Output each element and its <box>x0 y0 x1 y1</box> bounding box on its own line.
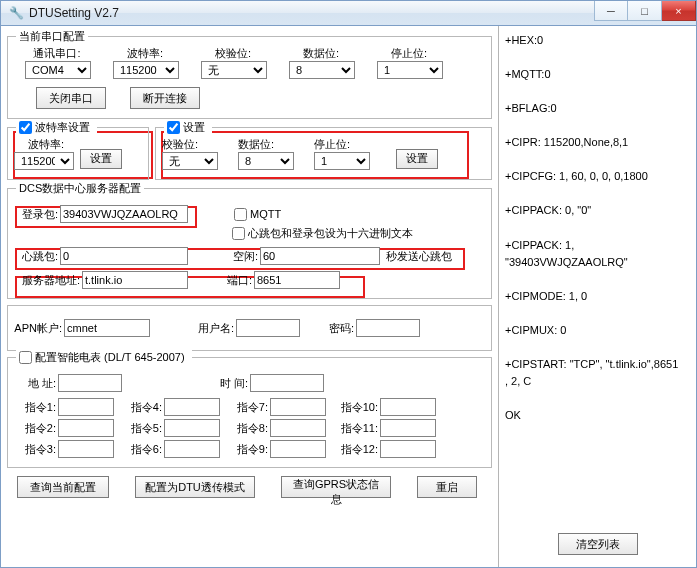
data-label: 数据位: <box>303 46 339 61</box>
cmd10-label: 指令10: <box>326 400 378 415</box>
port-label: 通讯串口: <box>33 46 80 61</box>
parity-select[interactable]: 无 <box>201 61 267 79</box>
data2-label: 数据位: <box>238 137 274 152</box>
group-set-legend: 设置 <box>164 120 212 136</box>
cmd7-input[interactable] <box>270 398 326 416</box>
server-input[interactable] <box>82 271 188 289</box>
left-panel: 当前串口配置 通讯串口: COM4 波特率: 115200 校验位: 无 数据位… <box>1 26 498 567</box>
user-input[interactable] <box>236 319 300 337</box>
heart-label: 心跳包: <box>14 249 58 264</box>
heart-input[interactable] <box>60 247 188 265</box>
cmd9-label: 指令9: <box>220 442 268 457</box>
cmd12-input[interactable] <box>380 440 436 458</box>
meter-group-label: 配置智能电表 (DL/T 645-2007) <box>35 350 185 365</box>
cmd6-input[interactable] <box>164 440 220 458</box>
pwd-input[interactable] <box>356 319 420 337</box>
baud-group-label: 波特率设置 <box>35 120 90 135</box>
apn-input[interactable] <box>64 319 150 337</box>
cmd11-input[interactable] <box>380 419 436 437</box>
cmd6-label: 指令6: <box>114 442 162 457</box>
stop2-select[interactable]: 1 <box>314 152 370 170</box>
reboot-button[interactable]: 重启 <box>417 476 477 498</box>
cmd7-label: 指令7: <box>220 400 268 415</box>
apn-label: APN帐户: <box>14 321 62 336</box>
port-label2: 端口: <box>198 273 252 288</box>
group-baud: 波特率设置 波特率: 115200 设置 <box>7 127 149 180</box>
log-output: +HEX:0 +MQTT:0 +BFLAG:0 +CIPR: 115200,No… <box>503 32 692 533</box>
cmd10-input[interactable] <box>380 398 436 416</box>
window-buttons: ─ □ × <box>594 1 696 21</box>
hex-note-checkbox[interactable] <box>232 227 245 240</box>
cmd4-label: 指令4: <box>114 400 162 415</box>
set-set-button[interactable]: 设置 <box>396 149 438 169</box>
hex-note-label: 心跳包和登录包设为十六进制文本 <box>248 226 413 241</box>
cmd8-label: 指令8: <box>220 421 268 436</box>
close-port-button[interactable]: 关闭串口 <box>36 87 106 109</box>
query-conf-button[interactable]: 查询当前配置 <box>17 476 109 498</box>
meter-group-checkbox[interactable] <box>19 351 32 364</box>
user-label: 用户名: <box>164 321 234 336</box>
time-label: 时 间: <box>122 376 248 391</box>
cmd1-input[interactable] <box>58 398 114 416</box>
group-serial-legend: 当前串口配置 <box>16 29 88 44</box>
cmd1-label: 指令1: <box>14 400 56 415</box>
group-meter-legend: 配置智能电表 (DL/T 645-2007) <box>16 350 192 366</box>
pwd-label: 密码: <box>310 321 354 336</box>
group-serial: 当前串口配置 通讯串口: COM4 波特率: 115200 校验位: 无 数据位… <box>7 36 492 119</box>
baud-group-checkbox[interactable] <box>19 121 32 134</box>
baud-label: 波特率: <box>127 46 163 61</box>
baud-set-button[interactable]: 设置 <box>80 149 122 169</box>
time-input[interactable] <box>250 374 324 392</box>
idle-tail-label: 秒发送心跳包 <box>386 249 452 264</box>
maximize-button[interactable]: □ <box>628 1 662 21</box>
dtu-mode-button[interactable]: 配置为DTU透传模式 <box>135 476 255 498</box>
server-label: 服务器地址: <box>14 273 80 288</box>
addr-input[interactable] <box>58 374 122 392</box>
data2-select[interactable]: 8 <box>238 152 294 170</box>
group-meter: 配置智能电表 (DL/T 645-2007) 地 址: 时 间: 指令1: 指令… <box>7 357 492 468</box>
cmd3-input[interactable] <box>58 440 114 458</box>
group-dcs: DCS数据中心服务器配置 登录包: MQTT 心跳包和登录包设为十六进制文本 心… <box>7 188 492 299</box>
cmd2-label: 指令2: <box>14 421 56 436</box>
cmd3-label: 指令3: <box>14 442 56 457</box>
stop-select[interactable]: 1 <box>377 61 443 79</box>
stop2-label: 停止位: <box>314 137 350 152</box>
login-label: 登录包: <box>14 207 58 222</box>
minimize-button[interactable]: ─ <box>594 1 628 21</box>
app-icon: 🔧 <box>9 6 23 20</box>
port-input[interactable] <box>254 271 340 289</box>
clear-list-button[interactable]: 清空列表 <box>558 533 638 555</box>
parity2-select[interactable]: 无 <box>162 152 218 170</box>
idle-input[interactable] <box>260 247 380 265</box>
right-panel: +HEX:0 +MQTT:0 +BFLAG:0 +CIPR: 115200,No… <box>498 26 696 567</box>
disconnect-button[interactable]: 断开连接 <box>130 87 200 109</box>
cmd2-input[interactable] <box>58 419 114 437</box>
group-baud-legend: 波特率设置 <box>16 120 97 136</box>
group-dcs-legend: DCS数据中心服务器配置 <box>16 181 144 196</box>
cmd5-input[interactable] <box>164 419 220 437</box>
titlebar: 🔧 DTUSetting V2.7 ─ □ × <box>0 0 697 26</box>
set-group-checkbox[interactable] <box>167 121 180 134</box>
group-apn: APN帐户: 用户名: 密码: <box>7 305 492 351</box>
stop-label: 停止位: <box>391 46 427 61</box>
port-select[interactable]: COM4 <box>25 61 91 79</box>
addr-label: 地 址: <box>14 376 56 391</box>
baud-select[interactable]: 115200 <box>113 61 179 79</box>
app-title: DTUSetting V2.7 <box>29 6 119 20</box>
cmd4-input[interactable] <box>164 398 220 416</box>
set-group-label: 设置 <box>183 120 205 135</box>
idle-label: 空闲: <box>198 249 258 264</box>
parity-label: 校验位: <box>215 46 251 61</box>
close-button[interactable]: × <box>662 1 696 21</box>
cmd8-input[interactable] <box>270 419 326 437</box>
cmd5-label: 指令5: <box>114 421 162 436</box>
query-gprs-button[interactable]: 查询GPRS状态信息 <box>281 476 391 498</box>
mqtt-checkbox[interactable] <box>234 208 247 221</box>
group-set: 设置 校验位: 无 数据位: 8 停止位: 1 设置 <box>155 127 492 180</box>
cmd9-input[interactable] <box>270 440 326 458</box>
baud2-label: 波特率: <box>14 137 64 152</box>
baud2-select[interactable]: 115200 <box>14 152 74 170</box>
data-select[interactable]: 8 <box>289 61 355 79</box>
login-input[interactable] <box>60 205 188 223</box>
cmd12-label: 指令12: <box>326 442 378 457</box>
